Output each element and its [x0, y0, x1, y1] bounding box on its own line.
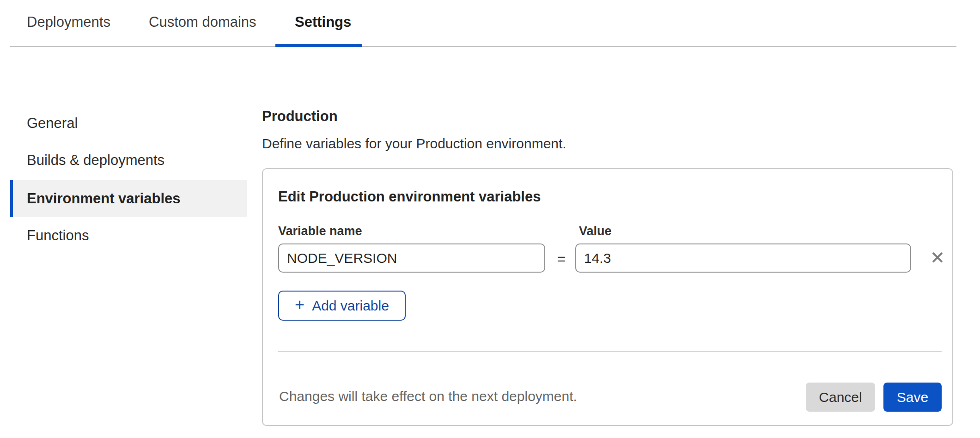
sidebar-item-general[interactable]: General: [10, 105, 247, 142]
variable-name-label: Variable name: [278, 224, 362, 238]
variable-value-input[interactable]: [575, 243, 911, 273]
plus-icon: +: [295, 295, 304, 315]
sidebar-item-environment-variables[interactable]: Environment variables: [10, 180, 247, 217]
equals-sign: =: [553, 250, 570, 268]
variable-name-input[interactable]: [278, 243, 545, 273]
page-title: Production: [262, 108, 338, 125]
tab-custom-domains[interactable]: Custom domains: [149, 14, 256, 30]
close-icon: ✕: [930, 248, 945, 268]
save-button[interactable]: Save: [883, 383, 942, 412]
active-tab-underline: [275, 44, 362, 47]
deployment-note: Changes will take effect on the next dep…: [279, 389, 577, 404]
section-description: Define variables for your Production env…: [262, 136, 566, 152]
card-title: Edit Production environment variables: [278, 189, 541, 205]
add-variable-label: Add variable: [312, 298, 389, 314]
remove-variable-button[interactable]: ✕: [925, 245, 950, 271]
pages-settings-screen: Deployments Custom domains Settings Gene…: [0, 0, 980, 438]
sidebar-item-builds-deployments[interactable]: Builds & deployments: [10, 142, 247, 179]
cancel-button[interactable]: Cancel: [806, 383, 875, 412]
environment-variables-card: Edit Production environment variables Va…: [262, 168, 953, 426]
top-tab-bar: Deployments Custom domains Settings: [10, 0, 956, 47]
tab-deployments[interactable]: Deployments: [27, 14, 110, 30]
tab-settings[interactable]: Settings: [295, 14, 351, 30]
add-variable-button[interactable]: + Add variable: [278, 291, 406, 321]
sidebar-item-functions[interactable]: Functions: [10, 217, 247, 254]
value-label: Value: [579, 224, 612, 238]
card-divider: [278, 351, 942, 352]
